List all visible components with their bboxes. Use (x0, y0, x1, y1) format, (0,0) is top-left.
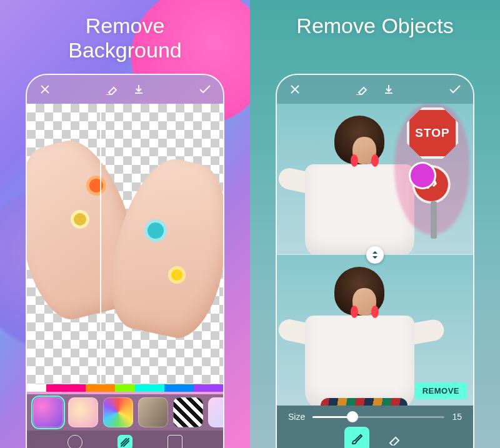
bg-thumb-2[interactable] (68, 397, 98, 427)
ratio-icon (168, 435, 182, 448)
tool-row (277, 424, 473, 448)
subject-ring (86, 176, 106, 196)
subject-model (301, 267, 414, 406)
subject-ring (144, 219, 167, 242)
diagonal-lines-icon (118, 435, 132, 448)
size-value: 15 (452, 412, 462, 422)
eraser-icon[interactable] (352, 80, 371, 99)
subject-ring (71, 210, 89, 229)
download-icon[interactable] (379, 80, 398, 99)
remove-button[interactable]: REMOVE (415, 382, 467, 399)
close-icon[interactable] (36, 80, 54, 99)
before-image[interactable]: STOP (277, 104, 473, 254)
brush-size-row: Size 15 (277, 406, 473, 424)
compare-handle[interactable] (366, 246, 384, 264)
eraser-icon[interactable] (102, 80, 121, 99)
compare-divider[interactable] (100, 104, 101, 384)
after-image[interactable]: REMOVE (277, 254, 473, 406)
editor-topbar (27, 75, 223, 104)
brush-cursor[interactable] (411, 164, 434, 187)
background-thumbnails (27, 394, 223, 431)
headline-text: Remove Objects (296, 14, 453, 37)
headline-line1: Remove (86, 14, 165, 37)
tool-eraser[interactable] (381, 427, 406, 448)
headline-left: Remove Background (0, 0, 250, 62)
confirm-icon[interactable] (196, 80, 214, 99)
download-icon[interactable] (129, 80, 148, 99)
stop-sign-text: STOP (415, 126, 449, 140)
bg-thumb-3[interactable] (103, 397, 133, 427)
bg-thumb-6[interactable] (208, 397, 224, 427)
color-strip[interactable] (27, 384, 223, 392)
bottom-controls: Size 15 (277, 406, 473, 448)
bg-thumb-4[interactable] (138, 397, 168, 427)
confirm-icon[interactable] (446, 80, 464, 99)
tab-background[interactable]: Background (105, 435, 145, 448)
panel-remove-objects: Remove Objects (250, 0, 500, 448)
subject-ring (168, 266, 186, 284)
editor-canvas: STOP REMOVE (277, 104, 473, 406)
phone-frame-right: STOP REMOVE (276, 74, 474, 448)
headline-line2: Background (68, 38, 181, 62)
tab-ratio[interactable]: Ratio (166, 435, 184, 448)
phone-frame-left: Color Background Ratio (26, 74, 224, 448)
editor-canvas[interactable] (27, 104, 223, 384)
circle-icon (68, 435, 82, 448)
remove-button-label: REMOVE (422, 386, 459, 396)
close-icon[interactable] (286, 80, 304, 99)
size-label: Size (288, 412, 305, 422)
stop-sign: STOP (407, 107, 458, 159)
headline-right: Remove Objects (250, 0, 500, 38)
tool-brush[interactable] (344, 427, 369, 448)
bottom-tabs: Color Background Ratio (27, 431, 223, 448)
bg-thumb-1[interactable] (33, 397, 63, 427)
panel-remove-background: Remove Background (0, 0, 250, 448)
size-slider-knob[interactable] (347, 411, 358, 422)
editor-topbar (277, 75, 473, 104)
size-slider[interactable] (312, 416, 444, 418)
bg-thumb-5[interactable] (173, 397, 203, 427)
tab-color[interactable]: Color (66, 435, 84, 448)
